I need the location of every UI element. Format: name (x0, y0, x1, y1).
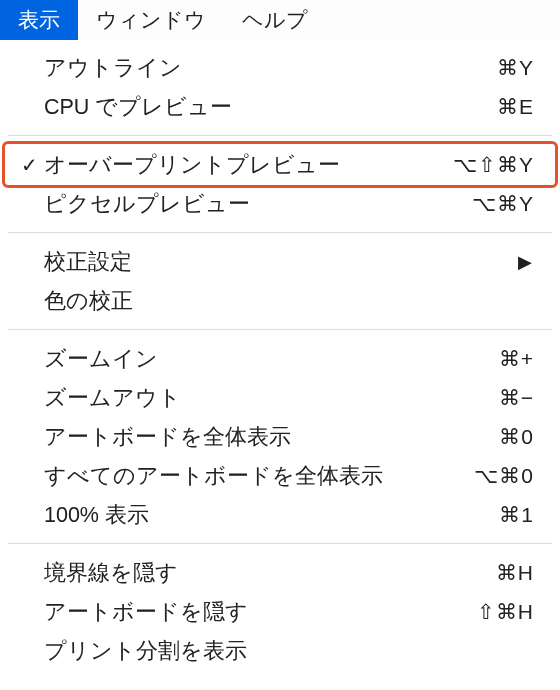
menu-item-label: ズームイン (44, 344, 454, 373)
menu-separator (8, 135, 552, 136)
menu-item-shortcut: ⇧⌘H (454, 600, 534, 624)
menu-item-label: 100% 表示 (44, 500, 454, 529)
menu-item-label: オーバープリントプレビュー (44, 150, 453, 179)
menubar: 表示 ウィンドウ ヘルプ (0, 0, 560, 40)
menu-item-pixel-preview[interactable]: ピクセルプレビュー ⌥⌘Y (8, 184, 552, 223)
menu-item-label: CPU でプレビュー (44, 92, 454, 121)
menubar-item-label: 表示 (18, 6, 60, 34)
menu-item-show-print-tiling[interactable]: プリント分割を表示 (8, 631, 552, 670)
menu-item-shortcut: ⌘− (454, 386, 534, 410)
menu-item-shortcut: ⌥⌘0 (454, 464, 534, 488)
submenu-chevron-icon: ▶ (518, 251, 532, 273)
menu-item-fit-all-artboards[interactable]: すべてのアートボードを全体表示 ⌥⌘0 (8, 456, 552, 495)
menu-separator (8, 329, 552, 330)
menu-item-label: プリント分割を表示 (44, 636, 534, 665)
menu-separator (8, 232, 552, 233)
menu-item-shortcut: ⌘+ (454, 347, 534, 371)
checkmark-icon: ✓ (18, 153, 40, 177)
view-menu-dropdown: アウトライン ⌘Y CPU でプレビュー ⌘E ✓ オーバープリントプレビュー … (8, 40, 552, 688)
menu-item-label: アートボードを全体表示 (44, 422, 454, 451)
menu-item-label: すべてのアートボードを全体表示 (44, 461, 454, 490)
menu-item-shortcut: ⌘0 (454, 425, 534, 449)
menu-item-cpu-preview[interactable]: CPU でプレビュー ⌘E (8, 87, 552, 126)
menu-item-label: ズームアウト (44, 383, 454, 412)
menu-item-shortcut: ⌥⇧⌘Y (453, 153, 534, 177)
menu-item-zoom-out[interactable]: ズームアウト ⌘− (8, 378, 552, 417)
menu-item-proof-setup[interactable]: 校正設定 ▶ (8, 242, 552, 281)
menu-item-actual-size[interactable]: 100% 表示 ⌘1 (8, 495, 552, 534)
menu-item-hide-artboards[interactable]: アートボードを隠す ⇧⌘H (8, 592, 552, 631)
menu-item-fit-artboard[interactable]: アートボードを全体表示 ⌘0 (8, 417, 552, 456)
menubar-item-label: ウィンドウ (96, 6, 206, 34)
menu-item-label: ピクセルプレビュー (44, 189, 454, 218)
menu-item-shortcut: ⌘E (454, 95, 534, 119)
menubar-item-view[interactable]: 表示 (0, 0, 78, 40)
menu-item-shortcut: ⌘1 (454, 503, 534, 527)
menu-item-label: アートボードを隠す (44, 597, 454, 626)
window-root: 表示 ウィンドウ ヘルプ アウトライン ⌘Y CPU でプレビュー ⌘E ✓ オ… (0, 0, 560, 688)
menubar-item-label: ヘルプ (242, 6, 308, 34)
menu-item-proof-colors[interactable]: 色の校正 (8, 281, 552, 320)
menubar-item-help[interactable]: ヘルプ (224, 0, 326, 40)
menu-item-shortcut: ⌘Y (454, 56, 534, 80)
menu-item-label: 色の校正 (44, 286, 534, 315)
menu-item-shortcut: ⌘H (454, 561, 534, 585)
menu-item-label: アウトライン (44, 53, 454, 82)
menu-item-zoom-in[interactable]: ズームイン ⌘+ (8, 339, 552, 378)
menu-item-shortcut: ⌥⌘Y (454, 192, 534, 216)
menu-item-overprint-preview[interactable]: ✓ オーバープリントプレビュー ⌥⇧⌘Y (8, 145, 552, 184)
menu-item-outline[interactable]: アウトライン ⌘Y (8, 48, 552, 87)
menu-item-label: 境界線を隠す (44, 558, 454, 587)
menu-item-hide-edges[interactable]: 境界線を隠す ⌘H (8, 553, 552, 592)
menubar-item-window[interactable]: ウィンドウ (78, 0, 224, 40)
menu-item-label: 校正設定 (44, 247, 534, 276)
menu-separator (8, 543, 552, 544)
